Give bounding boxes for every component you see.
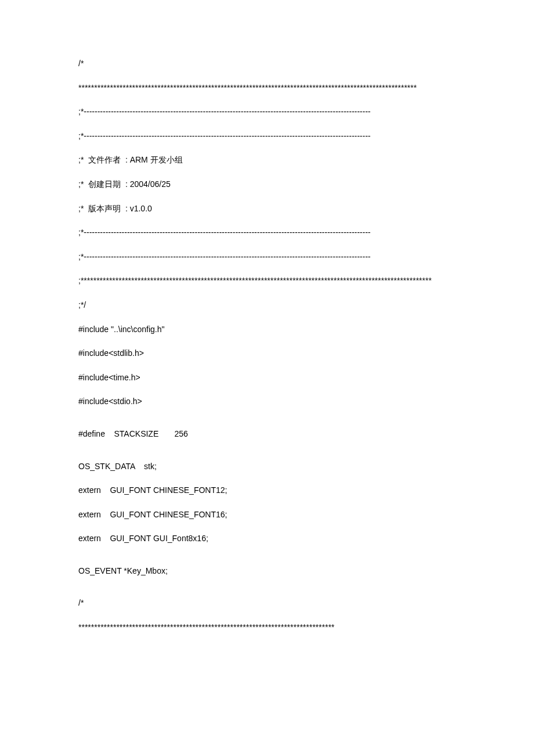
code-line: ;*--------------------------------------… [78,251,456,263]
code-line: ****************************************… [78,622,456,633]
code-line: /* [78,58,456,70]
code-line: ;*--------------------------------------… [78,131,456,142]
document-page: /* *************************************… [0,0,534,756]
code-line: #include<time.h> [78,372,456,384]
code-line: OS_STK_DATA stk; [78,461,456,473]
code-line: /* [78,597,456,609]
blank-line [78,557,456,566]
blank-line [78,589,456,597]
code-line: ;*--------------------------------------… [78,106,456,118]
code-line: ;* 创建日期 : 2004/06/25 [78,179,456,190]
code-line: #define STACKSIZE 256 [78,429,456,440]
blank-line [78,420,456,429]
code-line: extern GUI_FONT CHINESE_FONT16; [78,509,456,521]
code-line: ;***************************************… [78,275,456,287]
code-line: #include<stdio.h> [78,396,456,408]
code-line: ;*/ [78,300,456,311]
code-line: extern GUI_FONT CHINESE_FONT12; [78,485,456,496]
code-line: ****************************************… [78,82,456,94]
code-line: extern GUI_FONT GUI_Font8x16; [78,533,456,545]
blank-line [78,453,456,461]
code-line: #include<stdlib.h> [78,348,456,359]
code-line: ;*--------------------------------------… [78,227,456,239]
code-line: ;* 文件作者 : ARM 开发小组 [78,154,456,166]
code-line: #include "..\inc\config.h" [78,324,456,336]
code-line: ;* 版本声明 : v1.0.0 [78,203,456,215]
code-line: OS_EVENT *Key_Mbox; [78,566,456,577]
